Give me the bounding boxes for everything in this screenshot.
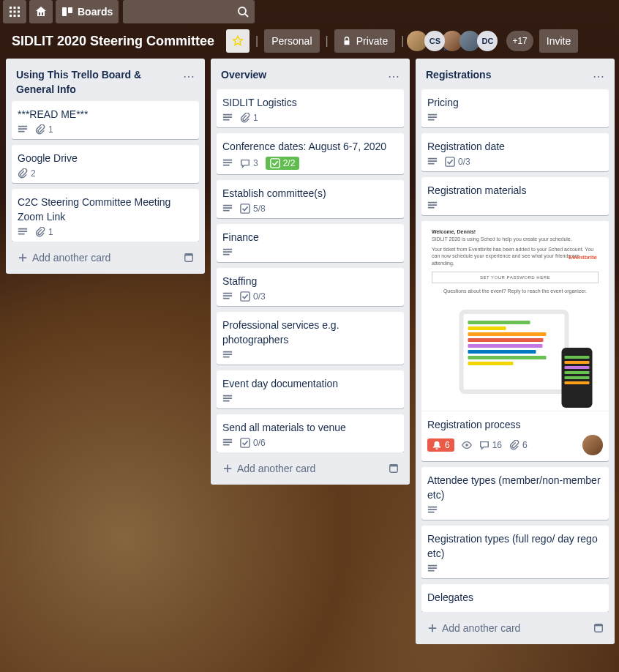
- svg-rect-52: [428, 114, 437, 116]
- list-overview: Overview ⋯ SIDLIT Logistics1Conference d…: [211, 59, 410, 485]
- member-avatar[interactable]: DC: [477, 31, 498, 51]
- card[interactable]: Conference dates: August 6-7, 202032/2: [217, 133, 404, 174]
- list-menu-button[interactable]: ⋯: [383, 66, 404, 86]
- svg-rect-59: [428, 202, 437, 204]
- card-badges: 0/3: [427, 157, 603, 167]
- template-icon: [184, 253, 194, 263]
- svg-rect-70: [595, 624, 603, 627]
- card-template-button[interactable]: [179, 247, 199, 268]
- description-badge: [222, 291, 233, 302]
- home-button[interactable]: [29, 0, 53, 23]
- card[interactable]: Welcome, Dennis! SIDLIT 2020 is using Sc…: [421, 221, 609, 461]
- card[interactable]: SIDLIT Logistics1: [217, 89, 404, 127]
- svg-rect-45: [223, 400, 230, 402]
- card[interactable]: Pricing: [421, 89, 609, 127]
- card[interactable]: Professional services e.g. photographers: [217, 312, 404, 365]
- svg-rect-16: [18, 131, 25, 132]
- card-title: SIDLIT Logistics: [222, 95, 398, 110]
- more-members-button[interactable]: +17: [506, 31, 533, 51]
- card[interactable]: Delegates: [421, 584, 609, 612]
- description-badge: [18, 124, 28, 135]
- card[interactable]: Google Drive2: [12, 145, 199, 183]
- list-name[interactable]: Registrations: [421, 66, 585, 83]
- description-icon: [222, 158, 233, 168]
- invite-button[interactable]: Invite: [539, 29, 578, 53]
- attachment-icon: [240, 113, 250, 123]
- card[interactable]: Registration materials: [421, 177, 609, 215]
- svg-rect-43: [223, 395, 232, 397]
- list-name[interactable]: Using This Trello Board & General Info: [12, 66, 176, 98]
- search-box[interactable]: [123, 0, 255, 23]
- add-card-button[interactable]: Add another card: [421, 618, 588, 638]
- card[interactable]: Registration types (full rego/ day rego …: [421, 526, 609, 578]
- card[interactable]: Attendee types (member/non-member etc): [421, 467, 609, 520]
- member-avatar[interactable]: [582, 435, 603, 455]
- svg-rect-55: [428, 158, 437, 160]
- card-badges: 1: [18, 227, 193, 237]
- card[interactable]: Staffing0/3: [217, 268, 404, 306]
- svg-rect-4: [14, 11, 16, 13]
- checklist-badge: 0/6: [240, 438, 266, 448]
- svg-rect-26: [223, 162, 232, 163]
- card-template-button[interactable]: [383, 458, 404, 479]
- template-icon: [389, 463, 399, 474]
- card[interactable]: Event day documentation: [217, 370, 404, 408]
- list-footer: Add another card: [211, 452, 410, 485]
- svg-rect-60: [428, 204, 437, 206]
- boards-label: Boards: [78, 6, 113, 18]
- visibility-button[interactable]: Private: [334, 29, 396, 53]
- attachment-icon: [35, 124, 45, 135]
- description-badge: [222, 113, 233, 123]
- svg-rect-42: [223, 356, 230, 358]
- svg-rect-38: [223, 298, 230, 299]
- checklist-icon: [270, 158, 280, 168]
- description-icon: [222, 204, 233, 214]
- svg-rect-24: [223, 119, 230, 121]
- card-template-button[interactable]: [588, 618, 609, 638]
- comment-icon: [479, 440, 489, 450]
- svg-rect-21: [185, 254, 193, 256]
- checklist-icon: [445, 157, 455, 167]
- card[interactable]: Registration date0/3: [421, 133, 609, 171]
- card-title: Send all materials to venue: [222, 420, 398, 435]
- card[interactable]: Finance: [217, 224, 404, 262]
- svg-rect-29: [223, 205, 232, 206]
- team-button[interactable]: Personal: [264, 29, 319, 53]
- list-name[interactable]: Overview: [217, 66, 380, 83]
- svg-rect-10: [68, 7, 72, 13]
- card[interactable]: ***READ ME***1: [12, 101, 199, 139]
- list-menu-button[interactable]: ⋯: [588, 66, 609, 86]
- board-name[interactable]: SIDLIT 2020 Steering Committee: [6, 31, 220, 52]
- star-button[interactable]: [226, 29, 250, 53]
- svg-rect-27: [223, 165, 230, 166]
- attachment-icon: [18, 168, 28, 179]
- checklist-badge: 5/8: [240, 204, 266, 214]
- card-title: ***READ ME***: [18, 107, 193, 122]
- description-icon: [427, 201, 438, 211]
- description-badge: [222, 158, 233, 168]
- add-card-button[interactable]: Add another card: [217, 458, 383, 479]
- card-title: Registration process: [421, 411, 609, 432]
- apps-button[interactable]: [3, 0, 26, 23]
- add-card-button[interactable]: Add another card: [12, 247, 179, 268]
- svg-rect-0: [10, 7, 12, 9]
- svg-line-12: [245, 14, 248, 17]
- svg-rect-49: [241, 438, 250, 447]
- card[interactable]: Send all materials to venue0/6: [217, 414, 404, 452]
- description-icon: [222, 291, 233, 302]
- description-badge: [427, 201, 438, 211]
- description-icon: [18, 227, 28, 237]
- list-menu-button[interactable]: ⋯: [179, 66, 199, 86]
- svg-rect-36: [223, 293, 232, 294]
- card[interactable]: Establish committee(s)5/8: [217, 180, 404, 218]
- card[interactable]: C2C Steering Committee Meeting Zoom Link…: [12, 189, 199, 242]
- global-topbar: Boards: [0, 0, 619, 23]
- svg-rect-35: [223, 254, 230, 255]
- member-avatar[interactable]: CS»: [424, 31, 445, 51]
- card-title: Delegates: [427, 590, 603, 605]
- svg-rect-23: [223, 116, 232, 118]
- boards-button[interactable]: Boards: [56, 0, 119, 23]
- svg-rect-54: [428, 119, 435, 121]
- list-footer: Add another card: [6, 242, 205, 274]
- description-badge: [222, 204, 233, 214]
